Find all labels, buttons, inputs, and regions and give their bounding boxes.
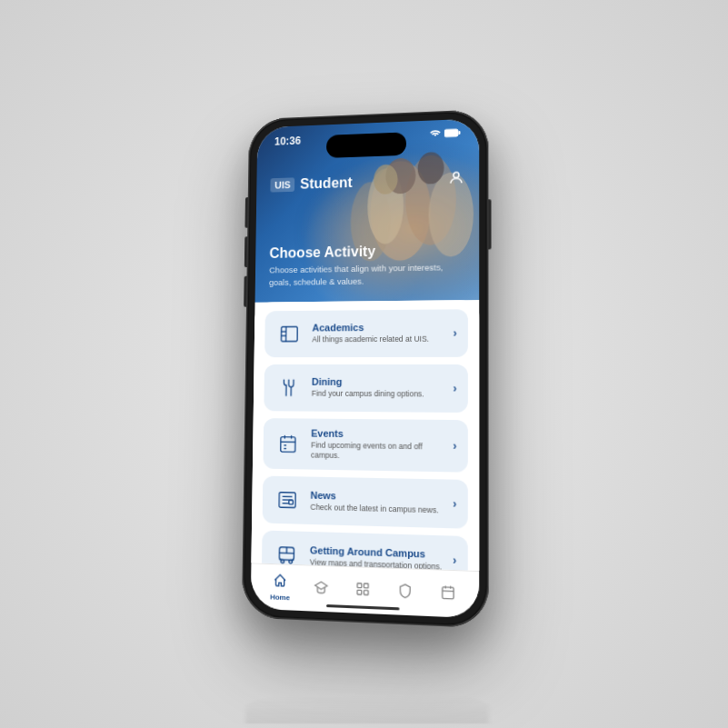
phone-reflection <box>245 695 488 723</box>
dining-icon <box>274 373 302 402</box>
menu-item-academics[interactable]: Academics All things academic related at… <box>264 309 468 357</box>
hero-main-title: Choose Activity <box>269 242 464 262</box>
bottom-nav: Home <box>250 563 478 618</box>
hero-text: Choose Activity Choose activities that a… <box>268 242 464 288</box>
wifi-icon <box>429 128 440 139</box>
nav-calendar[interactable] <box>426 583 470 604</box>
menu-item-news[interactable]: News Check out the latest in campus news… <box>262 475 467 528</box>
phone-screen: 10:36 <box>250 118 479 618</box>
dining-desc: Find your campus dining options. <box>311 389 444 400</box>
nav-shield[interactable] <box>384 582 426 603</box>
svg-rect-27 <box>288 500 293 504</box>
events-arrow: › <box>453 439 456 452</box>
content-area: Academics All things academic related at… <box>251 300 479 571</box>
shield-nav-icon <box>397 582 412 601</box>
status-time: 10:36 <box>274 135 300 148</box>
getting-around-arrow: › <box>453 553 456 567</box>
profile-icon[interactable] <box>447 169 464 189</box>
dining-arrow: › <box>453 382 456 394</box>
header-title: Student <box>300 175 353 192</box>
header-left: UIS Student <box>270 175 352 193</box>
svg-rect-12 <box>281 326 297 341</box>
svg-rect-40 <box>364 590 368 594</box>
events-content: Events Find upcoming events on and off c… <box>310 427 443 463</box>
nav-home[interactable]: Home <box>259 572 300 602</box>
grid-nav-icon <box>355 581 370 600</box>
hero-subtitle: Choose activities that align with your i… <box>268 261 464 288</box>
news-title: News <box>310 489 443 504</box>
menu-item-events[interactable]: Events Find upcoming events on and off c… <box>263 418 467 473</box>
svg-rect-0 <box>444 129 457 136</box>
news-icon <box>273 484 302 514</box>
events-icon <box>274 429 302 458</box>
academics-desc: All things academic related at UIS. <box>312 334 444 345</box>
svg-point-11 <box>453 172 458 177</box>
home-nav-icon <box>273 573 287 592</box>
home-nav-label: Home <box>270 593 290 602</box>
news-content: News Check out the latest in campus news… <box>310 489 444 515</box>
calendar-nav-icon <box>440 583 455 603</box>
graduation-nav-icon <box>314 579 328 598</box>
battery-icon <box>444 128 460 140</box>
scene: 10:36 <box>0 0 728 728</box>
news-arrow: › <box>453 497 456 511</box>
nav-academics[interactable] <box>300 578 342 598</box>
dynamic-island <box>325 132 405 158</box>
events-desc: Find upcoming events on and off campus. <box>310 440 443 463</box>
academics-title: Academics <box>312 322 444 334</box>
svg-rect-37 <box>357 583 362 587</box>
uis-logo: UIS <box>270 177 294 192</box>
academics-icon <box>274 319 303 348</box>
academics-content: Academics All things academic related at… <box>312 322 444 345</box>
status-icons <box>429 128 460 140</box>
dining-content: Dining Find your campus dining options. <box>311 376 444 400</box>
menu-item-dining[interactable]: Dining Find your campus dining options. … <box>264 364 468 413</box>
svg-rect-17 <box>280 436 294 452</box>
academics-arrow: › <box>453 326 456 339</box>
dining-title: Dining <box>311 376 443 387</box>
svg-rect-41 <box>442 586 453 598</box>
phone-shell: 10:36 <box>241 109 488 628</box>
svg-rect-39 <box>357 589 362 593</box>
nav-apps[interactable] <box>342 580 384 600</box>
news-desc: Check out the latest in campus news. <box>310 502 444 515</box>
events-title: Events <box>311 427 444 440</box>
svg-rect-38 <box>364 583 368 587</box>
